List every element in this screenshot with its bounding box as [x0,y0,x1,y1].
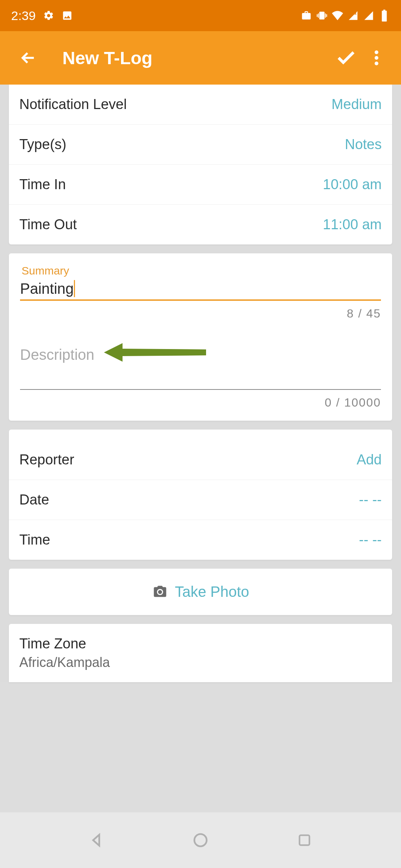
row-time-out[interactable]: Time Out 11:00 am [9,205,392,244]
camera-icon [152,585,168,599]
time-value: -- -- [359,532,382,548]
summary-input-wrap[interactable]: Painting [20,280,381,301]
signal-icon: x [348,10,359,21]
svg-marker-4 [104,343,206,362]
take-photo-button[interactable]: Take Photo [9,569,392,615]
annotation-arrow-icon [104,341,208,364]
vibrate-icon [316,10,327,21]
nav-home-button[interactable] [189,829,212,851]
time-out-value: 11:00 am [323,217,382,233]
svg-rect-6 [300,835,310,845]
summary-label: Summary [22,264,381,277]
status-time: 2:39 [11,9,36,23]
card-basic-fields: Notification Level Medium Type(s) Notes … [9,85,392,244]
description-underline [20,389,381,390]
status-bar-right: x [301,10,390,21]
types-value: Notes [345,137,382,152]
row-time[interactable]: Time -- -- [9,520,392,560]
card-summary-description: Summary Painting 8 / 45 Description 0 / … [9,253,392,421]
svg-point-2 [375,56,378,60]
gear-icon [43,10,54,21]
date-value: -- -- [359,492,382,508]
svg-point-5 [195,834,207,846]
system-nav-bar [0,812,401,868]
time-out-label: Time Out [19,217,77,233]
back-button[interactable] [15,45,42,71]
nav-back-button[interactable] [85,829,108,851]
description-counter: 0 / 10000 [20,396,381,410]
more-menu-button[interactable] [363,45,390,71]
description-field[interactable]: Description 0 / 10000 [9,324,392,421]
image-icon [62,10,73,21]
notification-level-label: Notification Level [19,96,127,112]
timezone-label: Time Zone [19,636,382,652]
status-bar: 2:39 x [0,0,401,31]
briefcase-icon [301,10,312,21]
summary-input[interactable]: Painting [20,280,74,297]
app-bar: New T-Log [0,31,401,85]
row-time-in[interactable]: Time In 10:00 am [9,165,392,205]
svg-point-3 [375,62,378,65]
svg-point-1 [375,50,378,54]
nav-recent-button[interactable] [293,829,316,851]
card-reporter-date-time: Reporter Add Date -- -- Time -- -- [9,430,392,560]
summary-counter: 8 / 45 [20,307,381,320]
content-area: Notification Level Medium Type(s) Notes … [0,85,401,682]
row-types[interactable]: Type(s) Notes [9,125,392,165]
summary-field[interactable]: Summary Painting 8 / 45 [9,253,392,324]
row-reporter[interactable]: Reporter Add [9,430,392,480]
timezone-value: Africa/Kampala [19,655,382,670]
time-in-label: Time In [19,177,66,193]
card-timezone[interactable]: Time Zone Africa/Kampala [9,624,392,682]
page-title: New T-Log [62,48,329,68]
time-label: Time [19,532,50,548]
status-bar-left: 2:39 [11,9,73,23]
confirm-button[interactable] [333,45,359,71]
reporter-label: Reporter [19,452,74,468]
battery-icon [379,10,390,21]
row-date[interactable]: Date -- -- [9,480,392,520]
text-cursor-icon [74,280,75,297]
wifi-icon [332,10,343,21]
row-notification-level[interactable]: Notification Level Medium [9,85,392,125]
take-photo-label: Take Photo [175,583,249,600]
svg-text:x: x [355,11,357,16]
time-in-value: 10:00 am [323,177,382,193]
date-label: Date [19,492,49,508]
types-label: Type(s) [19,137,66,152]
reporter-value: Add [356,452,382,468]
notification-level-value: Medium [332,96,382,112]
signal2-icon [363,10,374,21]
